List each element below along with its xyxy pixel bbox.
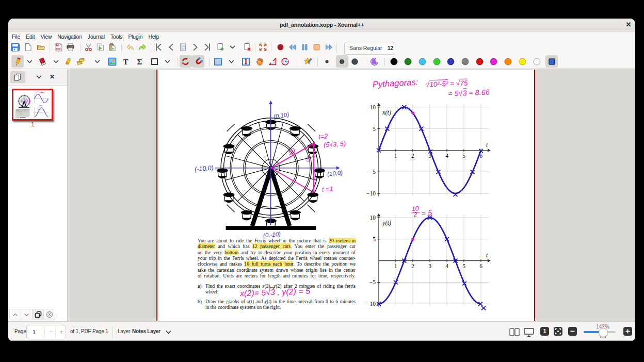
svg-text:3: 3 [428, 263, 431, 269]
svg-text:6: 6 [479, 263, 482, 269]
svg-text:5: 5 [373, 236, 376, 242]
svg-text:−10: −10 [366, 301, 376, 307]
svg-text:1: 1 [394, 263, 397, 269]
svg-text:T: T [123, 57, 128, 65]
svg-text:−5: −5 [369, 279, 376, 285]
svg-text:PDF: PDF [56, 48, 60, 51]
svg-text:x(t): x(t) [382, 109, 391, 116]
svg-text:5: 5 [462, 153, 465, 159]
svg-text:4: 4 [445, 263, 448, 269]
svg-text:2: 2 [411, 153, 414, 159]
svg-text:5: 5 [373, 126, 376, 132]
svg-text:5: 5 [462, 263, 465, 269]
svg-text:t: t [486, 141, 488, 149]
svg-text:t: t [486, 252, 488, 259]
svg-text:1: 1 [394, 153, 397, 159]
svg-text:y(t): y(t) [381, 219, 391, 226]
svg-text:−10: −10 [366, 190, 376, 196]
svg-text:4: 4 [445, 153, 448, 159]
svg-text:−5: −5 [369, 169, 376, 175]
svg-text:10: 10 [369, 104, 376, 110]
svg-text:Σ: Σ [137, 57, 142, 65]
svg-text:10: 10 [369, 215, 376, 221]
svg-text:2: 2 [411, 263, 414, 269]
